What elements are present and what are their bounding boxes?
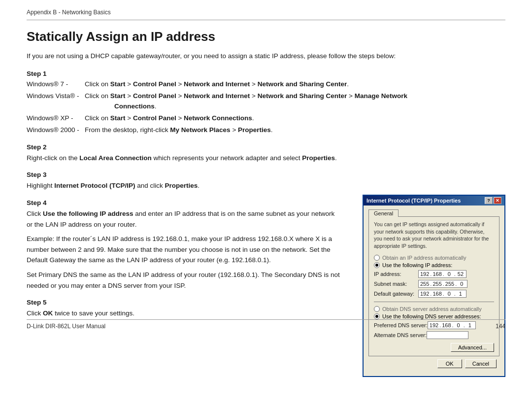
dialog-close-button[interactable]: ✕ [494, 197, 501, 204]
radio-auto-ip-label: Obtain an IP address automatically [382, 255, 466, 261]
step4-dns: Set Primary DNS the same as the LAN IP a… [27, 270, 342, 291]
step2-label: Step 2 [27, 143, 505, 151]
subnet-label: Subnet mask: [374, 281, 418, 287]
step1-row-2000: Windows® 2000 - From the desktop, right-… [27, 125, 505, 136]
dialog-container: Internet Protocol (TCP/IP) Properties ? … [363, 195, 505, 377]
section-divider [374, 302, 494, 302]
step1-label: Step 1 [27, 70, 505, 77]
step1-content: Windows® 7 - Click on Start > Control Pa… [27, 79, 505, 136]
page-title: Statically Assign an IP address [27, 29, 505, 44]
radio-auto-ip[interactable]: Obtain an IP address automatically [374, 255, 494, 261]
os-2000-desc: From the desktop, right-click My Network… [85, 125, 505, 136]
os-vista-desc: Click on Start > Control Panel > Network… [85, 91, 505, 112]
alternate-dns-label: Alternate DNS server: [374, 332, 427, 338]
gateway-value[interactable]: 192 . 168 . 0 . 1 [418, 290, 466, 298]
dialog-help-button[interactable]: ? [485, 197, 493, 204]
step3-label: Step 3 [27, 171, 505, 178]
step4-text: Click Use the following IP address and e… [27, 208, 342, 230]
advanced-button[interactable]: Advanced... [451, 343, 494, 352]
dialog-titlebar-buttons: ? ✕ [485, 197, 501, 204]
dialog-body: General You can get IP settings assigned… [364, 206, 504, 376]
os-vista: Windows Vista® - [27, 91, 85, 112]
radio-manual-dns-circle [374, 313, 380, 319]
dialog-title: Internet Protocol (TCP/IP) Properties [366, 198, 461, 204]
footer-left: D-Link DIR-862L User Manual [27, 323, 105, 330]
radio-auto-dns-circle [374, 306, 380, 312]
radio-manual-ip[interactable]: Use the following IP address: [374, 262, 494, 268]
ip-field-row: IP address: 192 . 168 . 0 . 52 [374, 270, 494, 278]
radio-auto-dns-label: Obtain DNS server address automatically [382, 306, 482, 312]
radio-manual-ip-label: Use the following IP address: [382, 262, 452, 268]
dialog-box: Internet Protocol (TCP/IP) Properties ? … [363, 195, 505, 377]
advanced-btn-row: Advanced... [374, 343, 494, 352]
os-win7-desc: Click on Start > Control Panel > Network… [85, 79, 505, 90]
subnet-field-row: Subnet mask: 255 . 255 . 255 . 0 [374, 280, 494, 288]
radio-manual-dns[interactable]: Use the following DNS server addresses: [374, 313, 494, 319]
ip-label: IP address: [374, 271, 418, 277]
ok-button[interactable]: OK [437, 359, 462, 368]
step3-text: Highlight Internet Protocol (TCP/IP) and… [27, 180, 505, 191]
dialog-titlebar: Internet Protocol (TCP/IP) Properties ? … [364, 196, 504, 206]
subnet-value[interactable]: 255 . 255 . 255 . 0 [418, 280, 467, 288]
alternate-dns-value[interactable] [427, 331, 468, 339]
step2-text: Right-click on the Local Area Connection… [27, 153, 505, 164]
step4-example: Example: If the router´s LAN IP address … [27, 234, 342, 266]
dialog-tab-area: General [368, 209, 499, 216]
dialog-tab-general[interactable]: General [368, 209, 399, 217]
footer-right: 144 [496, 323, 505, 330]
gateway-label: Default gateway: [374, 291, 418, 297]
dialog-button-row: OK Cancel [368, 359, 499, 372]
dialog-content-area: You can get IP settings assigned automat… [368, 216, 499, 356]
radio-manual-dns-label: Use the following DNS server addresses: [382, 313, 481, 319]
gateway-field-row: Default gateway: 192 . 168 . 0 . 1 [374, 290, 494, 298]
ip-value[interactable]: 192 . 168 . 0 . 52 [418, 270, 466, 278]
alternate-dns-row: Alternate DNS server: [374, 331, 494, 339]
step1-row-xp: Windows® XP - Click on Start > Control P… [27, 113, 505, 124]
os-2000: Windows® 2000 - [27, 125, 85, 136]
os-win7: Windows® 7 - [27, 79, 85, 90]
radio-auto-ip-circle [374, 255, 380, 261]
os-xp: Windows® XP - [27, 113, 85, 124]
step1-row-vista: Windows Vista® - Click on Start > Contro… [27, 91, 505, 112]
step1-row-win7: Windows® 7 - Click on Start > Control Pa… [27, 79, 505, 90]
radio-manual-ip-circle [374, 262, 380, 268]
os-xp-desc: Click on Start > Control Panel > Network… [85, 113, 505, 124]
page-header: Appendix B - Networking Basics [27, 9, 505, 20]
footer-bar: D-Link DIR-862L User Manual 144 [27, 319, 505, 330]
dialog-description: You can get IP settings assigned automat… [374, 221, 494, 250]
radio-auto-dns[interactable]: Obtain DNS server address automatically [374, 306, 494, 312]
cancel-button[interactable]: Cancel [465, 359, 497, 368]
intro-text: If you are not using a DHCP capable gate… [27, 51, 505, 61]
header-label: Appendix B - Networking Basics [27, 9, 111, 16]
